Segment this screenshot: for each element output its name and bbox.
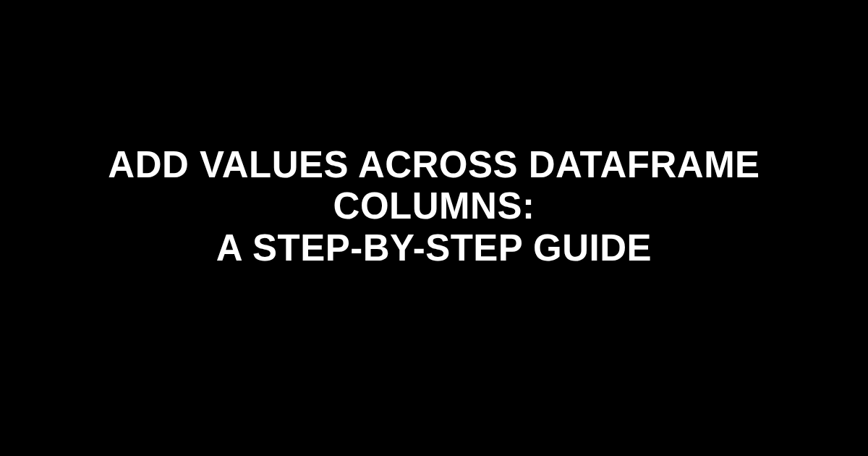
title-line-1: ADD VALUES ACROSS DATAFRAME COLUMNS: — [43, 144, 825, 227]
title-line-2: A STEP-BY-STEP GUIDE — [43, 227, 825, 269]
title-container: ADD VALUES ACROSS DATAFRAME COLUMNS: A S… — [0, 144, 868, 268]
